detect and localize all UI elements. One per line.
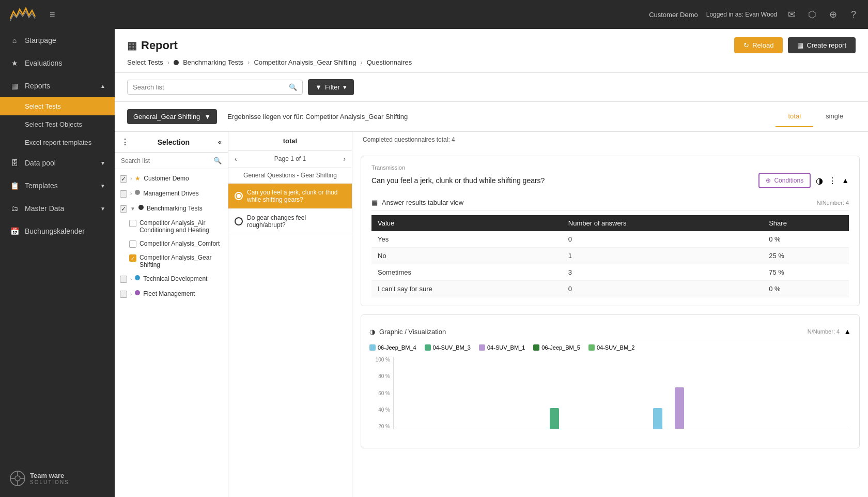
filter-button[interactable]: ▼ Filter ▾ — [308, 79, 354, 95]
sidebar-label-data-pool: Data pool — [25, 159, 56, 167]
tab-single[interactable]: single — [813, 106, 856, 127]
sidebar-label-templates: Templates — [25, 182, 58, 190]
tree-item-competitor-comfort[interactable]: Competitor Analysis_Comfort — [129, 237, 228, 251]
selection-search-icon: 🔍 — [213, 157, 222, 164]
sidebar-label-startpage: Startpage — [25, 36, 56, 44]
selection-panel-header: ⋮ Selection « — [115, 132, 228, 153]
next-page-btn[interactable]: › — [343, 155, 346, 163]
bar-group — [628, 387, 732, 429]
create-report-button[interactable]: ▦ Create report — [788, 37, 856, 53]
export-icon[interactable]: ⬡ — [806, 8, 818, 21]
sidebar-item-master-data[interactable]: 🗂 Master Data ▼ — [0, 197, 115, 220]
pie-chart-icon[interactable]: ◑ — [816, 176, 823, 186]
main-layout: ⌂ Startpage ★ Evaluations ▦ Reports ▲ Se… — [0, 29, 868, 497]
legend-item: 04-SUV_BM_3 — [425, 344, 471, 351]
legend-color — [533, 344, 539, 351]
n-number-chart: N/Number: 4 — [808, 328, 840, 335]
technical-dev-expand[interactable]: › — [130, 276, 132, 282]
customer-demo-checkbox[interactable]: ✓ — [120, 175, 127, 183]
conditions-icon: ⊕ — [766, 177, 771, 184]
reports-icon: ▦ — [9, 82, 20, 90]
sidebar-toggle[interactable]: ≡ — [50, 9, 55, 20]
benchmarking-tests-dot — [138, 205, 144, 210]
selection-search-input[interactable] — [121, 157, 210, 164]
sidebar-item-data-pool[interactable]: 🗄 Data pool ▼ — [0, 152, 115, 174]
data-pool-chevron: ▼ — [100, 160, 105, 166]
table-subsection-header: ▦ Answer results tabular view N/Number: … — [371, 194, 849, 211]
calendar-icon: 📅 — [9, 227, 20, 235]
star-icon: ★ — [9, 59, 20, 67]
teamware-logo-icon — [9, 470, 26, 487]
globe-icon[interactable]: ⊕ — [827, 8, 839, 21]
sidebar-item-evaluations[interactable]: ★ Evaluations — [0, 52, 115, 74]
table-row: Sometimes375 % — [371, 264, 849, 281]
chart-bars — [393, 357, 851, 429]
sidebar-item-buchungskalender[interactable]: 📅 Buchungskalender — [0, 220, 115, 243]
tree-item-competitor-gear[interactable]: ✓ Competitor Analysis_Gear Shifting — [129, 251, 228, 272]
sidebar-sub-select-test-objects[interactable]: Select Test Objects — [0, 115, 115, 133]
general-gear-shifting-dropdown[interactable]: General_Gear Shifting ▼ — [127, 109, 217, 124]
fleet-management-checkbox[interactable] — [120, 291, 127, 298]
conditions-button[interactable]: ⊕ Conditions — [758, 173, 811, 188]
question-item-2[interactable]: Do gear changes feel rough/abrupt? — [228, 209, 352, 234]
competitor-comfort-label: Competitor Analysis_Comfort — [140, 240, 220, 247]
tree-item-fleet-management[interactable]: › Fleet Management — [115, 287, 228, 302]
tree-item-competitor-air[interactable]: Competitor Analysis_Air Conditioning and… — [129, 216, 228, 237]
breadcrumb-select-tests[interactable]: Select Tests — [127, 58, 163, 66]
customer-demo-label: Customer Demo — [144, 175, 189, 182]
search-input[interactable] — [133, 83, 289, 91]
sidebar-item-reports[interactable]: ▦ Reports ▲ — [0, 74, 115, 97]
customer-demo-expand[interactable]: › — [130, 176, 132, 182]
selection-search[interactable]: 🔍 — [115, 153, 228, 169]
collapse-chart-icon[interactable]: ▲ — [844, 327, 851, 336]
competitor-comfort-checkbox[interactable] — [129, 240, 136, 248]
collapse-section-icon[interactable]: ▲ — [842, 176, 849, 185]
breadcrumb: Select Tests › Benchmarking Tests › Comp… — [127, 58, 856, 66]
tree-item-customer-demo[interactable]: ✓ › ★ Customer Demo — [115, 171, 228, 186]
sidebar-sub-select-tests[interactable]: Select Tests — [0, 97, 115, 115]
report-title: ▦ Report — [127, 39, 178, 52]
breadcrumb-questionnaires[interactable]: Questionnaires — [367, 58, 412, 66]
tree-item-benchmarking-tests[interactable]: ✓ ▼ Benchmarking Tests — [115, 201, 228, 216]
tab-total[interactable]: total — [776, 106, 813, 127]
prev-page-btn[interactable]: ‹ — [235, 155, 237, 163]
competitor-air-checkbox[interactable] — [129, 220, 136, 227]
benchmarking-tests-checkbox[interactable]: ✓ — [120, 205, 127, 213]
sidebar-item-templates[interactable]: 📋 Templates ▼ — [0, 174, 115, 197]
mail-icon[interactable]: ✉ — [785, 8, 798, 21]
fleet-management-expand[interactable]: › — [130, 291, 132, 297]
management-drives-checkbox[interactable] — [120, 190, 127, 198]
search-box[interactable]: 🔍 — [127, 80, 303, 95]
three-dots-icon[interactable]: ⋮ — [121, 137, 129, 147]
help-icon[interactable]: ? — [847, 8, 860, 21]
search-filter-row: 🔍 ▼ Filter ▾ — [115, 73, 868, 102]
fleet-management-dot — [135, 290, 140, 295]
competitor-gear-checkbox[interactable]: ✓ — [129, 254, 136, 262]
fleet-management-label: Fleet Management — [143, 290, 195, 297]
logged-in-label: Logged in as: Evan Wood — [706, 11, 777, 18]
more-options-icon[interactable]: ⋮ — [828, 176, 836, 186]
question-category: General Questions - Gear Shifting — [228, 168, 352, 184]
legend-color — [479, 344, 485, 351]
technical-dev-label: Technical Development — [143, 275, 207, 282]
answer-table: Value Number of answers Share Yes00 %No1… — [371, 215, 849, 297]
question-item-1[interactable]: Can you feel a jerk, clunk or thud while… — [228, 184, 352, 209]
filter-chevron: ▾ — [343, 83, 347, 91]
tree-item-technical-dev[interactable]: › Technical Development — [115, 272, 228, 287]
technical-dev-checkbox[interactable] — [120, 276, 127, 283]
management-drives-expand[interactable]: › — [130, 191, 132, 197]
collapse-icon[interactable]: « — [218, 138, 222, 146]
reload-button[interactable]: ↻ Reload — [734, 37, 783, 53]
sidebar-label-reports: Reports — [25, 82, 50, 90]
chart-actions: N/Number: 4 ▲ — [808, 327, 851, 336]
chart-subsection-title: ◑ Graphic / Visualization — [369, 328, 446, 336]
sidebar-item-startpage[interactable]: ⌂ Startpage — [0, 29, 115, 52]
legend-color — [369, 344, 376, 351]
breadcrumb-gear-shifting[interactable]: Competitor Analysis_Gear Shifting — [254, 58, 356, 66]
tree-item-management-drives[interactable]: › Management Drives — [115, 186, 228, 201]
sidebar-sub-excel-templates[interactable]: Excel report templates — [0, 133, 115, 152]
section-header-row: Can you feel a jerk, clunk or thud while… — [371, 173, 849, 188]
breadcrumb-benchmarking[interactable]: Benchmarking Tests — [183, 58, 243, 66]
benchmarking-tests-expand[interactable]: ▼ — [130, 206, 135, 212]
legend-item: 06-Jeep_BM_4 — [369, 344, 416, 351]
